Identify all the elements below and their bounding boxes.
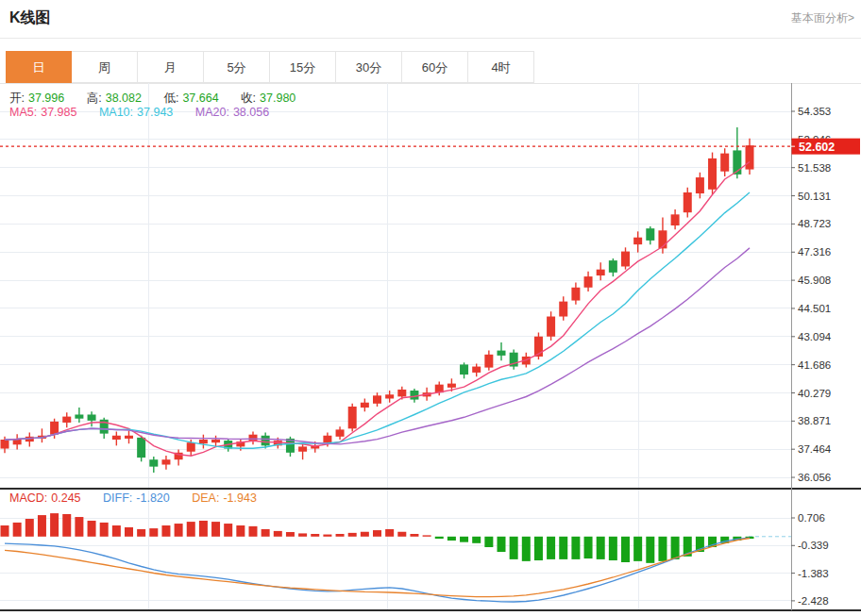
svg-text:51.538: 51.538: [798, 162, 831, 174]
ohlc-readout: 开:37.996 高:38.082 低:37.664 收:37.980: [9, 91, 314, 107]
open-label: 开:: [9, 92, 25, 105]
ma10-label: MA10:: [99, 106, 133, 119]
tab-30min[interactable]: 30分: [336, 51, 402, 83]
header: K线图 基本面分析>: [0, 0, 861, 39]
close-label: 收:: [241, 92, 256, 105]
dea-value: -1.943: [223, 491, 256, 505]
low-value: 37.664: [182, 92, 218, 105]
tab-week[interactable]: 周: [72, 51, 138, 83]
svg-text:47.316: 47.316: [798, 246, 831, 258]
tab-4hour[interactable]: 4时: [468, 51, 534, 83]
chart-canvas[interactable]: 54.35352.94651.53850.13148.72347.31645.9…: [0, 83, 861, 616]
svg-text:-0.339: -0.339: [798, 540, 829, 551]
svg-text:38.871: 38.871: [798, 415, 831, 426]
interval-tabs: 日 周 月 5分 15分 30分 60分 4时: [0, 51, 861, 84]
svg-text:-2.428: -2.428: [798, 595, 829, 607]
svg-text:37.464: 37.464: [798, 443, 832, 455]
page-title: K线图: [9, 8, 51, 28]
svg-text:0.706: 0.706: [798, 512, 825, 524]
svg-text:54.353: 54.353: [798, 106, 831, 117]
macd-readout: MACD:0.245 DIFF:-1.820 DEA:-1.943: [9, 491, 276, 505]
svg-text:40.279: 40.279: [798, 388, 831, 399]
kline-app: K线图 基本面分析> 日 周 月 5分 15分 30分 60分 4时 开:37.…: [0, 0, 861, 616]
svg-text:-1.383: -1.383: [798, 568, 829, 579]
svg-text:48.723: 48.723: [798, 218, 831, 229]
diff-label: DIFF:: [103, 491, 132, 505]
low-label: 低:: [163, 92, 178, 105]
tab-day[interactable]: 日: [6, 51, 72, 83]
fundamental-analysis-link[interactable]: 基本面分析>: [791, 10, 854, 26]
open-value: 37.996: [28, 92, 64, 105]
high-label: 高:: [87, 92, 102, 105]
ma20-label: MA20:: [195, 106, 229, 119]
diff-value: -1.820: [136, 491, 169, 505]
kline-chart[interactable]: 54.35352.94651.53850.13148.72347.31645.9…: [0, 83, 861, 616]
macd-value: 0.245: [51, 491, 80, 505]
svg-text:36.056: 36.056: [798, 472, 831, 483]
svg-text:43.094: 43.094: [798, 331, 832, 342]
macd-label: MACD:: [9, 491, 47, 505]
svg-text:41.686: 41.686: [798, 359, 831, 371]
tab-15min[interactable]: 15分: [270, 51, 336, 83]
ma20-value: 38.056: [233, 106, 269, 119]
price-badge: 52.602: [791, 139, 860, 155]
tab-60min[interactable]: 60分: [402, 51, 468, 83]
close-value: 37.980: [260, 92, 295, 105]
tab-month[interactable]: 月: [138, 51, 204, 83]
ma5-value: 37.985: [41, 106, 76, 119]
ma-readout: MA5:37.985 MA10:37.943 MA20:38.056: [9, 106, 288, 119]
tab-5min[interactable]: 5分: [204, 51, 270, 83]
svg-text:52.602: 52.602: [799, 141, 835, 154]
ma5-label: MA5:: [9, 106, 37, 119]
macd-histogram: [1, 513, 754, 563]
svg-text:50.131: 50.131: [798, 191, 831, 202]
dea-label: DEA:: [192, 491, 219, 505]
svg-text:44.501: 44.501: [798, 303, 831, 314]
svg-text:45.908: 45.908: [798, 275, 831, 286]
axis-labels: 54.35352.94651.53850.13148.72347.31645.9…: [791, 106, 832, 607]
ma10-value: 37.943: [137, 106, 173, 119]
high-value: 38.082: [106, 92, 142, 105]
